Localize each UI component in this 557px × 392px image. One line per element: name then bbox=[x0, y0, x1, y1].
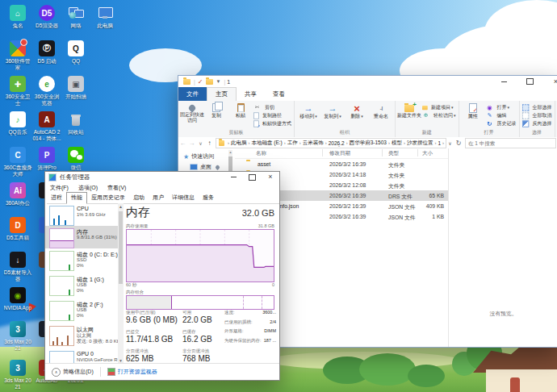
ribbon-button-打开[interactable]: 打开▾ bbox=[486, 103, 517, 111]
breadcrumb-item-工作[interactable]: 工作 bbox=[287, 140, 298, 147]
open-resource-monitor-link[interactable]: 打开资源监视器 bbox=[118, 368, 157, 376]
desktop-icon-d5-render[interactable]: D5D5渲染器 bbox=[32, 5, 61, 29]
menu-文件(F)[interactable]: 文件(F) bbox=[45, 184, 73, 192]
ribbon-button-删除[interactable]: 删除▾ bbox=[345, 102, 369, 119]
task-manager-window[interactable]: 任务管理器 × 文件(F)选项(O)查看(V) 进程性能应用历史记录启动用户详细… bbox=[44, 171, 280, 381]
tab-共享[interactable]: 共享 bbox=[237, 87, 265, 101]
column-header-类型[interactable]: 类型 bbox=[388, 150, 399, 157]
breadcrumb-item-1[interactable]: 1 bbox=[438, 140, 441, 146]
address-dropdown-icon[interactable]: ∨ bbox=[446, 140, 454, 146]
ribbon-button-剪切[interactable]: 剪切 bbox=[253, 103, 291, 111]
ribbon-button-移动到[interactable]: 移动到▾ bbox=[296, 102, 320, 119]
tm-tab-应用历史记录[interactable]: 应用历史记录 bbox=[87, 193, 129, 203]
ribbon-button-编辑[interactable]: 编辑 bbox=[486, 111, 517, 119]
desktop-icon-this-pc[interactable]: 此电脑 bbox=[90, 5, 119, 29]
desktop-icon-qq[interactable]: QQQ bbox=[61, 40, 90, 65]
refresh-icon[interactable]: ↻ bbox=[454, 140, 463, 147]
desktop-icon-wechat[interactable]: 微信 bbox=[61, 147, 90, 171]
tm-tab-进程[interactable]: 进程 bbox=[47, 193, 66, 203]
sidebar-scrollbar[interactable]: ▲ ▼ bbox=[118, 203, 124, 364]
ribbon-button-轻松访问[interactable]: 轻松访问▾ bbox=[422, 111, 456, 119]
ribbon-button-历史记录[interactable]: 历史记录 bbox=[486, 119, 517, 127]
desktop-icon-start-scan[interactable]: ▣开始扫描 bbox=[61, 76, 90, 100]
perf-sidebar-内存[interactable]: 内存9.8/31.8 GB (31%) bbox=[45, 226, 118, 248]
breadcrumb-item-2026.2[interactable]: 2026.2 bbox=[329, 140, 345, 146]
tm-tab-启动[interactable]: 启动 bbox=[129, 193, 149, 203]
minimize-button[interactable] bbox=[224, 172, 242, 182]
ribbon-button-全部选择[interactable]: 全部选择 bbox=[522, 103, 552, 111]
qat-caret-icon[interactable]: ▼ bbox=[216, 79, 221, 84]
column-header-大小[interactable]: 大小 bbox=[422, 150, 433, 157]
desktop-icon-qq-music[interactable]: ♪QQ音乐 bbox=[3, 111, 32, 136]
ribbon-button-复制路径[interactable]: 复制路径 bbox=[253, 111, 291, 119]
perf-sidebar-磁盘 1 (G:)[interactable]: 磁盘 1 (G:)USB0% bbox=[45, 273, 118, 298]
column-header-修改日期[interactable]: 修改日期 bbox=[329, 150, 350, 157]
desktop-icon-360-safe-guard[interactable]: ✚360安全卫士 bbox=[3, 76, 32, 106]
desktop-icon-owo-home[interactable]: ⌂兔名 bbox=[3, 5, 32, 29]
desktop-icon-360-software-manager[interactable]: 360软件管家 bbox=[3, 40, 32, 70]
minimize-button[interactable] bbox=[495, 76, 513, 87]
perf-sidebar-CPU[interactable]: CPU1% 3.69 GHz bbox=[45, 203, 118, 226]
new-folder-qat-icon[interactable] bbox=[206, 79, 213, 85]
tab-查看[interactable]: 查看 bbox=[265, 87, 293, 101]
ribbon-button-新建项目[interactable]: 新建项目▾ bbox=[422, 103, 456, 111]
ribbon-button-复制到[interactable]: 复制到▾ bbox=[320, 102, 345, 119]
desktop-icon-360-browser[interactable]: e360安全浏览器 bbox=[32, 76, 61, 106]
task-manager-titlebar[interactable]: 任务管理器 × bbox=[45, 172, 279, 183]
desktop-icon-recycle-bin[interactable]: 回收站 bbox=[61, 111, 90, 136]
breadcrumb-box[interactable]: › 此电脑›本地磁盘 (E:)›工作›云米装饰›2026.2›西华学府3-150… bbox=[216, 138, 446, 148]
close-button[interactable]: × bbox=[262, 172, 279, 182]
desktop-icon-cleaner-pro[interactable]: P清理Pro bbox=[32, 147, 61, 171]
tab-主页[interactable]: 主页 bbox=[207, 87, 237, 101]
desktop-icon-360-cdisk-slim[interactable]: C360C盘瘦身大师 bbox=[3, 147, 32, 177]
tm-tab-用户[interactable]: 用户 bbox=[149, 193, 168, 203]
column-header-名称[interactable]: 名称 bbox=[256, 150, 266, 157]
up-icon[interactable]: ↑ bbox=[205, 140, 214, 147]
recent-locations-icon[interactable]: ∨ bbox=[196, 140, 205, 146]
desktop-icon-d5-toolbox[interactable]: DD5工具箱 bbox=[3, 217, 32, 241]
ribbon-button-全部取消[interactable]: 全部取消 bbox=[522, 111, 552, 119]
desktop-icon-3dsmax-2021[interactable]: 33ds Max 2021 bbox=[3, 321, 32, 351]
ribbon-button-重命名[interactable]: 重命名 bbox=[369, 102, 393, 119]
breadcrumb-item-模型[interactable]: 模型 bbox=[392, 140, 402, 147]
desktop-icon-3dsmax-2021-b[interactable]: 33ds Max 2021 bbox=[3, 360, 32, 390]
ribbon-button-固定到快速访问[interactable]: 固定到快速访问 bbox=[180, 102, 204, 123]
back-icon[interactable]: ← bbox=[178, 140, 187, 147]
desktop-icon-autocad-2014[interactable]: AAutoCAD 2014 - 简体... bbox=[32, 111, 61, 141]
ribbon-button-属性[interactable]: 属性 bbox=[461, 102, 485, 119]
perf-sidebar-磁盘 0 (C: D: E:)[interactable]: 磁盘 0 (C: D: E:)SSD0% bbox=[45, 248, 118, 273]
search-box[interactable] bbox=[465, 138, 556, 148]
perf-sidebar-磁盘 2 (F:)[interactable]: 磁盘 2 (F:)USB0% bbox=[45, 298, 118, 323]
desktop-icon-network[interactable]: 网络 bbox=[61, 5, 90, 29]
ribbon-button-粘贴快捷方式[interactable]: 粘贴快捷方式 bbox=[253, 119, 291, 127]
ribbon-button-粘贴[interactable]: 粘贴 bbox=[228, 102, 253, 119]
sidebar-item-快速访问[interactable]: ★快速访问 bbox=[183, 152, 214, 161]
fewer-details-button[interactable]: ∧ 简略信息(D) bbox=[52, 368, 94, 377]
breadcrumb-item-本地磁盘 (E:)[interactable]: 本地磁盘 (E:) bbox=[251, 140, 282, 147]
forward-icon[interactable]: → bbox=[187, 140, 196, 147]
close-button[interactable]: × bbox=[547, 76, 557, 87]
desktop-icon-nvidia-app[interactable]: ◉NVIDIA App bbox=[3, 287, 32, 311]
desktop-icon-d5-launcher[interactable]: ⓟD5 启动 bbox=[32, 40, 61, 65]
menu-查看(V)[interactable]: 查看(V) bbox=[103, 184, 131, 192]
ribbon-button-新建文件夹[interactable]: 新建文件夹 bbox=[397, 102, 421, 119]
maximize-button[interactable] bbox=[243, 172, 261, 182]
menu-选项(O)[interactable]: 选项(O) bbox=[73, 184, 103, 192]
ribbon-button-反向选择[interactable]: 反向选择 bbox=[522, 119, 552, 127]
ribbon-button-复制[interactable]: 复制 bbox=[204, 102, 228, 119]
breadcrumb-item-沙发摆位置[interactable]: 沙发摆位置 bbox=[407, 140, 433, 147]
tm-tab-服务[interactable]: 服务 bbox=[199, 193, 218, 203]
explorer-titlebar[interactable]: | ✓ ▼ | 1 × bbox=[178, 76, 557, 87]
maximize-button[interactable] bbox=[521, 76, 539, 87]
tm-tab-性能[interactable]: 性能 bbox=[66, 192, 87, 204]
breadcrumb-item-西华学府3-1503[interactable]: 西华学府3-1503 bbox=[350, 140, 387, 147]
perf-sidebar-以太网[interactable]: 以太网以太网发送: 0 接收: 8.0 Kb bbox=[45, 323, 118, 348]
tab-文件[interactable]: 文件 bbox=[178, 87, 207, 101]
desktop-icon-d5-asset-importer[interactable]: ↓D5素材导入器 bbox=[3, 252, 32, 281]
perf-sidebar-GPU 0[interactable]: GPU 0NVIDIA GeForce R...1% (35 °C) bbox=[45, 348, 118, 364]
tm-tab-详细信息[interactable]: 详细信息 bbox=[168, 193, 199, 203]
breadcrumb-item-此电脑[interactable]: 此电脑 bbox=[231, 140, 247, 147]
search-input[interactable] bbox=[466, 139, 555, 148]
desktop-icon-360-ai-office[interactable]: Ai360AI办公 bbox=[3, 182, 32, 206]
properties-qat-icon[interactable]: ✓ bbox=[198, 78, 203, 85]
